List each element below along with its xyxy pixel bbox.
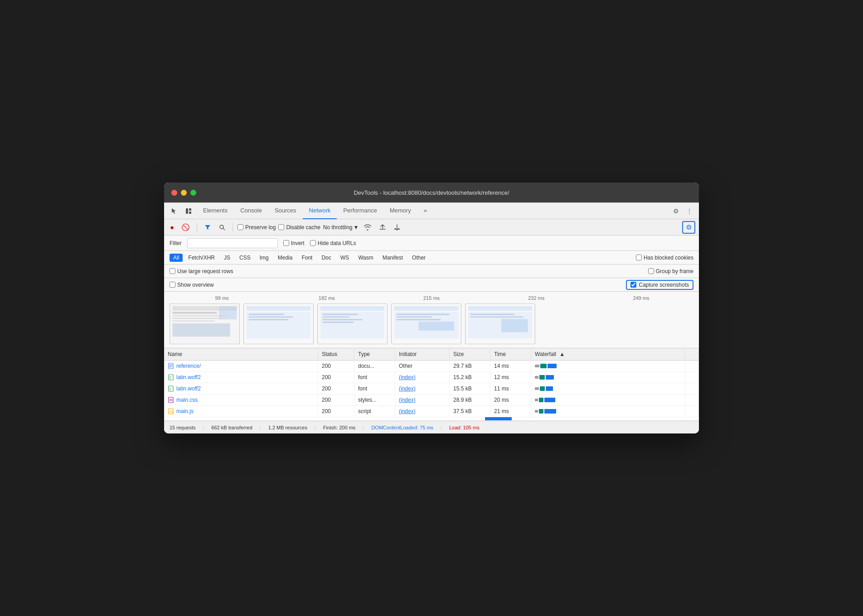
- traffic-lights: [171, 190, 196, 196]
- th-size[interactable]: Size: [450, 348, 490, 360]
- capture-screenshots-label[interactable]: Capture screenshots: [626, 280, 693, 290]
- screenshot-thumb-4[interactable]: [391, 303, 461, 344]
- has-blocked-cookies-label[interactable]: Has blocked cookies: [636, 255, 693, 261]
- invert-label[interactable]: Invert: [283, 240, 305, 246]
- maximize-button[interactable]: [190, 190, 196, 196]
- throttle-dropdown[interactable]: No throttling ▼: [323, 224, 359, 231]
- large-rows-label[interactable]: Use large request rows: [170, 268, 233, 274]
- more-options-icon[interactable]: ⋮: [684, 206, 695, 217]
- table-row[interactable]: JS main.js 200 script (index) 37.5 kB 21…: [164, 406, 699, 417]
- minimize-button[interactable]: [181, 190, 187, 196]
- filter-font-btn[interactable]: Font: [298, 254, 316, 262]
- screenshot-thumb-1[interactable]: [170, 303, 240, 344]
- capture-screenshots-checkbox[interactable]: [630, 282, 636, 288]
- svg-rect-22: [323, 314, 358, 315]
- svg-rect-34: [468, 306, 533, 311]
- td-waterfall-3: [531, 383, 685, 394]
- svg-rect-38: [501, 319, 528, 332]
- screenshot-thumb-3[interactable]: [317, 303, 388, 344]
- filter-icon[interactable]: [202, 222, 213, 232]
- filter-other-btn[interactable]: Other: [408, 254, 429, 262]
- td-initiator-5: (index): [395, 406, 450, 417]
- tab-memory[interactable]: Memory: [383, 203, 417, 219]
- preserve-log-checkbox[interactable]: [238, 224, 243, 230]
- table-row[interactable]: reference/ 200 docu... Other 29.7 kB 14 …: [164, 361, 699, 372]
- filter-doc-btn[interactable]: Doc: [318, 254, 335, 262]
- svg-line-4: [223, 228, 225, 230]
- invert-checkbox[interactable]: [283, 240, 289, 246]
- td-status-1: 200: [318, 361, 354, 371]
- th-status[interactable]: Status: [318, 348, 354, 360]
- preserve-log-label[interactable]: Preserve log: [238, 224, 276, 231]
- th-initiator[interactable]: Initiator: [395, 348, 450, 360]
- status-finish: Finish: 200 ms: [323, 425, 356, 430]
- window-title: DevTools - localhost:8080/docs/devtools/…: [354, 189, 509, 196]
- svg-text:T: T: [169, 387, 171, 391]
- layout-icon[interactable]: [182, 206, 195, 217]
- th-type[interactable]: Type: [354, 348, 395, 360]
- th-name[interactable]: Name: [164, 348, 318, 360]
- settings-gear-icon[interactable]: ⚙: [670, 206, 682, 217]
- tab-more[interactable]: »: [417, 203, 433, 219]
- chevron-down-icon: ▼: [354, 224, 359, 231]
- group-by-frame-checkbox[interactable]: [648, 268, 654, 274]
- filter-ws-btn[interactable]: WS: [337, 254, 353, 262]
- filter-js-btn[interactable]: JS: [220, 254, 234, 262]
- clear-button[interactable]: 🚫: [179, 222, 192, 233]
- search-icon[interactable]: [216, 222, 228, 232]
- css-icon: [168, 397, 174, 403]
- svg-rect-11: [173, 323, 230, 337]
- font-icon: T: [168, 385, 174, 392]
- tab-sources[interactable]: Sources: [268, 203, 303, 219]
- tab-network[interactable]: Network: [303, 203, 337, 219]
- svg-rect-24: [323, 319, 363, 320]
- tab-elements[interactable]: Elements: [197, 203, 234, 219]
- svg-rect-36: [470, 314, 515, 315]
- show-overview-label[interactable]: Show overview: [170, 282, 214, 288]
- filter-media-btn[interactable]: Media: [274, 254, 296, 262]
- table-row[interactable]: main.css 200 styles... (index) 28.9 kB 2…: [164, 395, 699, 406]
- large-rows-checkbox[interactable]: [170, 268, 175, 274]
- filter-img-btn[interactable]: Img: [256, 254, 272, 262]
- tab-performance[interactable]: Performance: [337, 203, 383, 219]
- show-overview-checkbox[interactable]: [170, 282, 175, 288]
- record-button[interactable]: ●: [168, 222, 176, 232]
- screenshot-thumb-5[interactable]: [465, 303, 535, 344]
- wifi-icon[interactable]: [361, 223, 374, 232]
- filter-input[interactable]: [187, 238, 278, 248]
- td-name-5: JS main.js: [164, 406, 318, 417]
- filter-row: Filter Invert Hide data URLs: [164, 236, 699, 251]
- td-time-1: 14 ms: [490, 361, 531, 371]
- status-bar: 15 requests | 662 kB transferred | 1.2 M…: [164, 421, 699, 433]
- hide-data-urls-checkbox[interactable]: [310, 240, 316, 246]
- table-row[interactable]: T latin.woff2 200 font (index) 15.2 kB 1…: [164, 372, 699, 383]
- filter-css-btn[interactable]: CSS: [236, 254, 254, 262]
- timestamp-4: 232 ms: [484, 295, 589, 301]
- cursor-icon[interactable]: [168, 206, 180, 217]
- filter-fetch-xhr-btn[interactable]: Fetch/XHR: [184, 254, 218, 262]
- svg-rect-18: [249, 319, 289, 320]
- timestamp-5: 249 ms: [589, 295, 693, 301]
- tab-console[interactable]: Console: [234, 203, 268, 219]
- filter-manifest-btn[interactable]: Manifest: [379, 254, 407, 262]
- filter-wasm-btn[interactable]: Wasm: [354, 254, 377, 262]
- timestamp-1: 99 ms: [170, 295, 274, 301]
- toolbar-right: ⚙ ⋮: [670, 206, 695, 217]
- screenshot-thumb-2[interactable]: [243, 303, 314, 344]
- th-time[interactable]: Time: [490, 348, 531, 360]
- table-row[interactable]: T latin.woff2 200 font (index) 15.5 kB 1…: [164, 383, 699, 395]
- disable-cache-label[interactable]: Disable cache: [278, 224, 320, 231]
- upload-icon[interactable]: [377, 222, 388, 232]
- network-settings-button[interactable]: ⚙: [682, 221, 695, 234]
- download-icon[interactable]: [391, 222, 403, 232]
- disable-cache-checkbox[interactable]: [278, 224, 284, 230]
- th-waterfall[interactable]: Waterfall ▲: [531, 348, 685, 360]
- toolbar-divider-2: [233, 223, 233, 232]
- td-name-1: reference/: [164, 361, 318, 371]
- svg-rect-0: [186, 208, 188, 214]
- close-button[interactable]: [171, 190, 177, 196]
- filter-all-btn[interactable]: All: [170, 254, 183, 262]
- hide-data-urls-label[interactable]: Hide data URLs: [310, 240, 356, 246]
- has-blocked-cookies-checkbox[interactable]: [636, 255, 642, 260]
- group-by-frame-label[interactable]: Group by frame: [648, 268, 693, 274]
